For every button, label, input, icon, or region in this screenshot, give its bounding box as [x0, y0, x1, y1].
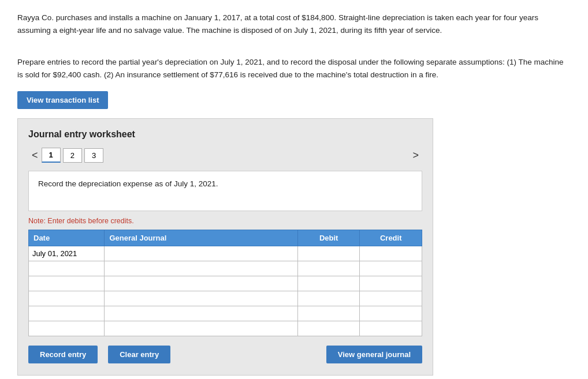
debit-cell-2[interactable] [297, 261, 360, 276]
tab-1[interactable]: 1 [42, 148, 61, 163]
date-cell-1[interactable] [29, 246, 105, 261]
journal-cell-5[interactable] [105, 306, 298, 321]
credit-cell-3[interactable] [360, 276, 422, 291]
date-input-1[interactable] [29, 246, 104, 261]
date-input-6[interactable] [29, 321, 104, 336]
debit-input-5[interactable] [298, 306, 360, 321]
clear-entry-button[interactable]: Clear entry [108, 346, 170, 363]
table-row [29, 306, 422, 321]
tab-navigation: < 1 2 3 > [28, 148, 422, 163]
debit-cell-6[interactable] [297, 321, 360, 336]
debit-input-2[interactable] [298, 261, 360, 276]
credit-input-6[interactable] [360, 321, 422, 336]
header-credit: Credit [360, 230, 422, 246]
journal-cell-2[interactable] [105, 261, 298, 276]
date-cell-2[interactable] [29, 261, 105, 276]
date-input-2[interactable] [29, 261, 104, 276]
debit-cell-5[interactable] [297, 306, 360, 321]
credit-cell-4[interactable] [360, 291, 422, 306]
journal-input-2[interactable] [105, 261, 297, 276]
credit-cell-2[interactable] [360, 261, 422, 276]
date-input-5[interactable] [29, 306, 104, 321]
journal-cell-1[interactable] [105, 246, 298, 261]
debit-input-3[interactable] [298, 276, 360, 291]
table-row [29, 276, 422, 291]
date-input-3[interactable] [29, 276, 104, 291]
table-row [29, 246, 422, 261]
header-debit: Debit [297, 230, 360, 246]
credit-cell-5[interactable] [360, 306, 422, 321]
credit-cell-1[interactable] [360, 246, 422, 261]
date-cell-3[interactable] [29, 276, 105, 291]
worksheet-title: Journal entry worksheet [28, 129, 422, 140]
journal-cell-6[interactable] [105, 321, 298, 336]
date-cell-4[interactable] [29, 291, 105, 306]
date-input-4[interactable] [29, 291, 104, 306]
journal-input-3[interactable] [105, 276, 297, 291]
note-text: Note: Enter debits before credits. [28, 217, 422, 225]
journal-input-6[interactable] [105, 321, 297, 336]
table-row [29, 321, 422, 336]
credit-input-3[interactable] [360, 276, 422, 291]
journal-entry-worksheet: Journal entry worksheet < 1 2 3 > Record… [17, 118, 433, 376]
journal-input-1[interactable] [105, 246, 297, 261]
date-cell-6[interactable] [29, 321, 105, 336]
credit-input-2[interactable] [360, 261, 422, 276]
view-transaction-button[interactable]: View transaction list [17, 91, 108, 109]
credit-input-5[interactable] [360, 306, 422, 321]
record-entry-button[interactable]: Record entry [28, 346, 98, 363]
table-row [29, 291, 422, 306]
tab-2[interactable]: 2 [63, 148, 82, 163]
header-general-journal: General Journal [105, 230, 298, 246]
button-row: Record entry Clear entry View general jo… [28, 346, 422, 363]
journal-input-5[interactable] [105, 306, 297, 321]
debit-input-6[interactable] [298, 321, 360, 336]
journal-input-4[interactable] [105, 291, 297, 306]
journal-cell-3[interactable] [105, 276, 298, 291]
instruction-text: Record the depreciation expense as of Ju… [38, 179, 218, 188]
date-cell-5[interactable] [29, 306, 105, 321]
problem-text-1: Rayya Co. purchases and installs a machi… [17, 12, 571, 36]
debit-cell-3[interactable] [297, 276, 360, 291]
table-row [29, 261, 422, 276]
credit-cell-6[interactable] [360, 321, 422, 336]
prev-tab-arrow[interactable]: < [28, 148, 42, 163]
credit-input-1[interactable] [360, 246, 422, 261]
view-general-journal-button[interactable]: View general journal [326, 346, 422, 363]
journal-table: Date General Journal Debit Credit [28, 230, 422, 336]
journal-cell-4[interactable] [105, 291, 298, 306]
instruction-box: Record the depreciation expense as of Ju… [28, 171, 422, 211]
problem-text-2: Prepare entries to record the partial ye… [17, 56, 571, 81]
debit-cell-4[interactable] [297, 291, 360, 306]
tab-3[interactable]: 3 [84, 148, 103, 163]
debit-cell-1[interactable] [297, 246, 360, 261]
header-date: Date [29, 230, 105, 246]
debit-input-4[interactable] [298, 291, 360, 306]
next-tab-arrow[interactable]: > [409, 148, 422, 163]
credit-input-4[interactable] [360, 291, 422, 306]
debit-input-1[interactable] [298, 246, 360, 261]
